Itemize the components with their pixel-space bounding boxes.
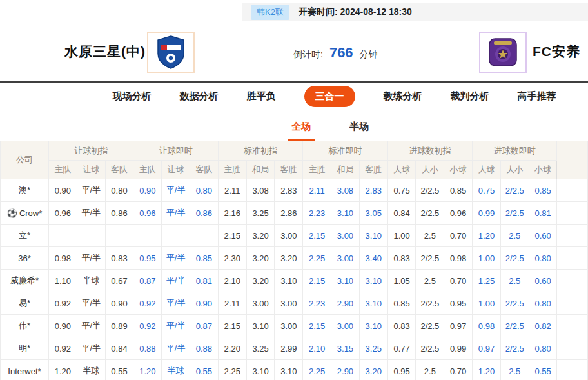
odds-cell[interactable]: 2.10 [303,337,331,360]
odds-cell[interactable]: 0.87 [133,270,162,292]
odds-cell[interactable]: 2/2.5 [500,179,529,202]
odds-cell[interactable]: 2.5 [500,270,529,292]
league-badge[interactable]: 韩K2联 [251,5,289,20]
odds-cell[interactable]: 2/2.5 [500,315,529,337]
odds-cell[interactable]: 2.25 [303,247,331,270]
odds-cell[interactable]: 0.92 [49,292,77,315]
odds-cell[interactable]: 0.84 [387,202,416,225]
nav-tab-2[interactable]: 数据分析 [180,90,219,103]
nav-tab-5[interactable]: 教练分析 [384,90,422,103]
subtab-2[interactable]: 半场 [346,121,373,141]
odds-cell[interactable]: 3.10 [359,270,387,292]
odds-cell[interactable]: 2.15 [218,225,246,247]
odds-cell[interactable]: 平/半 [77,202,105,225]
nav-tab-1[interactable]: 现场分析 [113,90,152,103]
odds-cell[interactable]: 2.5 [416,225,444,247]
odds-cell[interactable]: 2.30 [218,247,246,270]
odds-cell[interactable]: 半球 [77,360,105,380]
odds-cell[interactable]: 0.80 [529,292,557,315]
odds-cell[interactable]: 0.83 [387,315,416,337]
company-cell[interactable]: 威廉希* [1,270,49,292]
odds-cell[interactable]: 3.20 [275,247,303,270]
odds-cell[interactable]: 1.20 [49,360,77,380]
company-cell[interactable]: 伟* [1,315,49,337]
odds-cell[interactable]: 0.77 [387,337,416,360]
odds-cell[interactable]: 0.90 [49,179,77,202]
odds-cell[interactable]: 0.81 [529,202,557,225]
odds-cell[interactable] [133,225,162,247]
company-cell[interactable]: ⚽Crow* [1,202,49,225]
odds-cell[interactable]: 2.15 [303,315,331,337]
odds-cell[interactable]: 2/2.5 [500,337,529,360]
odds-cell[interactable]: 2/2.5 [500,247,529,270]
odds-cell[interactable]: 3.20 [246,225,275,247]
odds-cell[interactable]: 3.20 [246,247,275,270]
odds-cell[interactable]: 3.00 [246,292,275,315]
odds-cell[interactable]: 0.98 [473,315,501,337]
odds-cell[interactable]: 平/半 [162,179,190,202]
odds-cell[interactable]: 半球 [162,360,190,380]
odds-cell[interactable]: 0.90 [190,292,219,315]
odds-cell[interactable]: 2.10 [218,270,246,292]
nav-tab-6[interactable]: 裁判分析 [451,90,489,103]
odds-cell[interactable]: 0.97 [473,337,501,360]
odds-cell[interactable]: 0.96 [133,202,162,225]
odds-cell[interactable]: 2/2.5 [416,337,444,360]
odds-cell[interactable]: 0.75 [387,179,416,202]
odds-cell[interactable]: 0.88 [133,337,162,360]
odds-cell[interactable]: 2.5 [500,360,529,380]
odds-cell[interactable]: 0.98 [444,247,473,270]
odds-cell[interactable]: 3.25 [246,202,275,225]
odds-cell[interactable]: 0.85 [444,179,473,202]
company-cell[interactable]: 澳* [1,179,49,202]
odds-cell[interactable]: 2/2.5 [500,292,529,315]
odds-cell[interactable]: 0.97 [444,315,473,337]
odds-cell[interactable]: 0.85 [387,292,416,315]
odds-cell[interactable]: 3.10 [275,360,303,380]
odds-cell[interactable]: 2/2.5 [500,202,529,225]
odds-cell[interactable]: 2.25 [303,360,331,380]
odds-cell[interactable]: 1.05 [387,270,416,292]
odds-cell[interactable]: 0.95 [444,292,473,315]
odds-cell[interactable]: 0.60 [529,270,557,292]
odds-cell[interactable]: 平/半 [77,179,105,202]
odds-cell[interactable]: 1.10 [49,270,77,292]
odds-cell[interactable]: 平/半 [77,292,105,315]
odds-cell[interactable]: 平/半 [162,247,190,270]
odds-cell[interactable]: 0.89 [105,315,133,337]
odds-cell[interactable]: 0.95 [387,360,416,380]
odds-cell[interactable]: 3.10 [246,315,275,337]
odds-cell[interactable]: 1.00 [473,247,501,270]
odds-cell[interactable]: 3.15 [331,337,360,360]
odds-cell[interactable]: 0.90 [133,179,162,202]
odds-cell[interactable]: 0.85 [529,179,557,202]
odds-cell[interactable]: 3.10 [275,270,303,292]
odds-cell[interactable]: 0.92 [133,315,162,337]
odds-cell[interactable]: 0.60 [529,225,557,247]
odds-cell[interactable]: 2.23 [303,202,331,225]
odds-cell[interactable] [162,225,190,247]
odds-cell[interactable]: 0.70 [444,360,473,380]
odds-cell[interactable]: 0.80 [105,179,133,202]
odds-cell[interactable]: 0.81 [190,270,219,292]
odds-cell[interactable]: 3.08 [246,179,275,202]
odds-cell[interactable]: 0.86 [190,202,219,225]
company-cell[interactable]: 立* [1,225,49,247]
odds-cell[interactable]: 0.55 [105,360,133,380]
odds-cell[interactable]: 0.99 [444,337,473,360]
odds-cell[interactable]: 3.00 [331,315,360,337]
odds-cell[interactable]: 2.16 [218,202,246,225]
odds-cell[interactable]: 3.00 [275,292,303,315]
odds-cell[interactable]: 0.55 [529,360,557,380]
odds-cell[interactable]: 2/2.5 [416,247,444,270]
odds-cell[interactable]: 3.20 [359,360,387,380]
odds-cell[interactable]: 2/2.5 [416,202,444,225]
odds-cell[interactable]: 2.23 [303,292,331,315]
odds-cell[interactable]: 2/2.5 [416,179,444,202]
odds-cell[interactable]: 3.05 [359,202,387,225]
odds-cell[interactable]: 3.25 [246,337,275,360]
odds-cell[interactable]: 0.99 [473,202,501,225]
odds-cell[interactable]: 平/半 [162,202,190,225]
odds-cell[interactable]: 3.08 [331,179,360,202]
nav-tab-7[interactable]: 高手推荐 [518,90,556,103]
